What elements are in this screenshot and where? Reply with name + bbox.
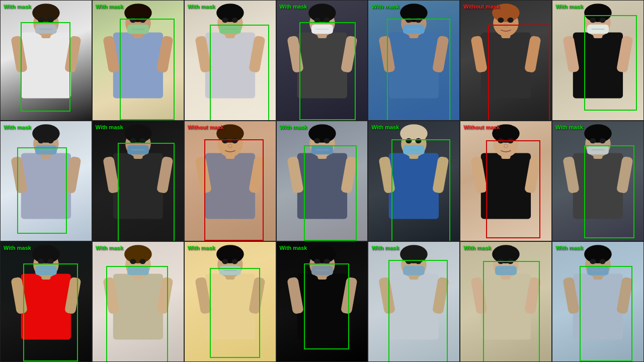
cell-8: With mask [92,121,184,241]
cell-7: With mask [0,121,92,241]
face-bounding-box [486,140,541,238]
cell-1: With mask [92,0,184,121]
detection-label: Without mask [463,4,500,10]
detection-label: With mask [555,245,583,251]
face-bounding-box [584,145,634,239]
cell-16: With mask [184,241,276,362]
face-bounding-box [388,260,448,362]
detection-label: With mask [96,124,123,130]
cell-background: With mask [368,121,459,241]
svg-point-129 [384,170,391,178]
svg-point-223 [590,259,596,264]
svg-point-21 [108,50,116,57]
svg-point-139 [476,170,484,178]
cell-5: Without mask [460,0,552,121]
cell-18: With mask [368,241,460,362]
svg-point-64 [476,50,484,57]
cell-14: With mask [0,241,92,362]
svg-point-32 [200,50,208,57]
face-bounding-box [210,268,260,358]
cell-10: With mask [276,121,368,241]
cell-19: With mask [460,241,552,362]
face-bounding-box [488,25,550,121]
svg-point-194 [292,291,300,299]
svg-point-189 [308,245,336,263]
detection-label: With mask [4,124,31,130]
svg-point-81 [32,124,60,143]
svg-point-178 [216,245,244,263]
svg-point-169 [139,259,145,264]
detection-grid: With mask With mask With mask Wi [0,0,644,362]
cell-background: With mask [552,242,643,361]
cell-background: With mask [368,1,459,120]
svg-point-61 [498,18,504,23]
cell-17: With mask [276,241,368,362]
svg-point-43 [292,50,300,57]
svg-point-146 [590,138,596,143]
cell-4: With mask [368,0,460,121]
svg-point-115 [324,138,330,143]
detection-label: With mask [280,245,307,251]
detection-label: With mask [371,4,399,10]
cell-background: With mask [460,242,551,361]
svg-point-82 [38,138,44,143]
face-bounding-box [120,19,175,120]
svg-point-92 [124,124,152,143]
face-bounding-box [299,22,356,120]
cell-background: With mask [185,242,276,361]
face-bounding-box [23,263,78,361]
svg-point-216 [476,291,484,299]
cell-0: With mask [0,0,92,121]
cell-background: With mask [93,242,184,361]
cell-background: With mask [277,242,368,361]
cell-11: With mask [368,121,460,241]
svg-point-156 [32,245,60,263]
cell-6: With mask [552,0,644,121]
cell-15: With mask [92,241,184,362]
svg-point-118 [292,170,300,178]
face-bounding-box [21,22,70,112]
svg-point-227 [568,291,576,299]
face-bounding-box [483,261,539,362]
svg-point-168 [130,259,136,264]
detection-label: With mask [555,4,583,10]
face-bounding-box [204,139,264,241]
face-bounding-box [584,15,637,111]
svg-point-38 [308,4,336,22]
detection-label: With mask [96,245,123,251]
svg-point-28 [222,18,228,23]
face-bounding-box [106,266,168,362]
svg-point-114 [314,138,320,143]
cell-background: With mask [185,1,276,120]
cell-background: With mask [277,1,368,120]
svg-point-145 [584,124,612,143]
svg-point-5 [32,4,60,22]
svg-point-83 [47,138,53,143]
svg-point-75 [568,50,576,57]
detection-label: With mask [4,4,31,10]
svg-point-150 [568,170,576,178]
cell-12: Without mask [460,121,552,241]
svg-point-113 [308,124,336,143]
svg-point-62 [508,18,514,23]
svg-point-224 [600,259,606,264]
cell-20: With mask [552,241,644,362]
cell-background: Without mask [185,121,276,241]
detection-label: With mask [280,124,307,130]
cell-background: With mask [552,121,643,241]
detection-label: With mask [555,124,583,130]
cell-background: With mask [1,1,92,120]
face-bounding-box [387,19,451,121]
svg-point-161 [16,291,24,299]
cell-background: Without mask [460,121,551,241]
detection-label: With mask [188,4,215,10]
detection-label: Without mask [188,124,224,130]
svg-point-97 [108,170,116,178]
cell-background: With mask [1,242,92,361]
cell-3: With mask [276,0,368,121]
detection-label: With mask [371,124,399,130]
svg-point-222 [584,245,612,263]
svg-point-180 [231,259,237,264]
face-bounding-box [304,145,357,241]
detection-label: With mask [280,4,307,10]
